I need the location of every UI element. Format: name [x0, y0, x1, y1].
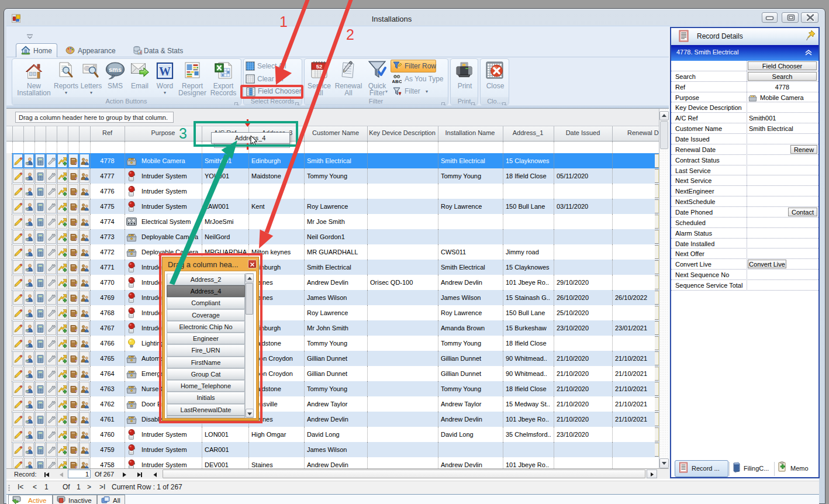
svg-text:52: 52 — [316, 63, 323, 70]
svg-text:sms: sms — [109, 66, 122, 73]
svg-text:ABC: ABC — [392, 79, 402, 84]
svg-text:W: W — [159, 65, 171, 78]
